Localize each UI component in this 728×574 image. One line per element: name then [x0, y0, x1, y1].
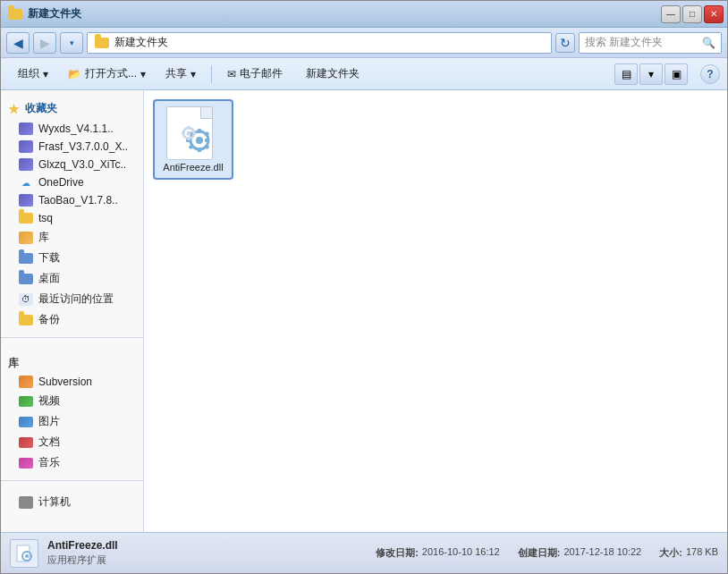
created-value: 2017-12-18 10:22: [563, 546, 641, 560]
sidebar-item-photos[interactable]: 图片: [1, 411, 143, 432]
toolbar: 组织 ▾ 📂 打开方式... ▾ 共享 ▾ ✉ 电子邮件 新建文件夹 ▤ ▾ ▣…: [1, 58, 727, 90]
open-with-button[interactable]: 📂 打开方式... ▾: [62, 62, 152, 87]
stack-icon: [19, 194, 33, 207]
sidebar-item-video[interactable]: 视频: [1, 391, 143, 411]
organize-label: 组织: [18, 66, 39, 81]
sidebar-item-label: 最近访问的位置: [38, 291, 114, 307]
sidebar-item-label: 图片: [38, 414, 60, 429]
forward-button[interactable]: ▶: [33, 32, 56, 54]
minimize-button[interactable]: —: [661, 5, 681, 23]
sidebar-item-label: 计算机: [38, 494, 71, 510]
statusbar: AntiFreeze.dll 应用程序扩展 修改日期: 2016-10-10 1…: [1, 532, 727, 573]
size-value: 178 KB: [686, 546, 718, 560]
recent-icon: ⏱: [19, 293, 33, 306]
titlebar-controls: — □ ✕: [661, 5, 724, 23]
open-icon: 📂: [68, 68, 81, 80]
photo-icon: [19, 417, 33, 427]
sidebar-item-label: 文档: [38, 435, 60, 450]
organize-button[interactable]: 组织 ▾: [8, 62, 58, 87]
back-button[interactable]: ◀: [6, 32, 30, 54]
dropdown-icon: ▾: [70, 38, 74, 47]
email-label: 电子邮件: [240, 66, 283, 81]
status-info: AntiFreeze.dll 应用程序扩展: [47, 539, 118, 567]
onedrive-icon: ☁: [19, 177, 33, 188]
sidebar-item-label: 视频: [38, 393, 60, 409]
sidebar-item-recent[interactable]: ⏱ 最近访问的位置: [1, 289, 143, 309]
sidebar-item-taobao[interactable]: TaoBao_V1.7.8..: [1, 191, 143, 209]
sidebar-item-desktop[interactable]: 桌面: [1, 268, 143, 289]
svg-point-1: [196, 137, 203, 144]
sidebar-item-docs[interactable]: 文档: [1, 432, 143, 452]
sidebar-divider-2: [1, 480, 143, 481]
sidebar-item-backup[interactable]: 备份: [1, 309, 143, 330]
sidebar-divider-1: [1, 337, 143, 338]
toolbar-separator-1: [211, 65, 212, 83]
subversion-icon: [19, 376, 33, 388]
folder-icon: [19, 213, 33, 224]
svg-point-18: [25, 554, 29, 558]
content-area: ★ 收藏夹 Wyxds_V4.1.1.. Frasf_V3.7.0.0_X.. …: [1, 90, 727, 532]
view-list-button[interactable]: ▤: [614, 63, 638, 85]
file-grid: AntiFreeze.dll: [153, 99, 718, 523]
window-title: 新建文件夹: [28, 6, 81, 21]
sidebar: ★ 收藏夹 Wyxds_V4.1.1.. Frasf_V3.7.0.0_X.. …: [1, 90, 144, 532]
svg-rect-2: [198, 129, 201, 133]
library-section: 库 Subversion 视频 图片 文档: [1, 342, 143, 477]
help-button[interactable]: ?: [700, 64, 720, 84]
share-button[interactable]: 共享 ▾: [156, 62, 206, 87]
search-icon: 🔍: [702, 37, 715, 49]
favorites-header: ★ 收藏夹: [1, 97, 143, 120]
address-bar-box[interactable]: 新建文件夹: [87, 32, 552, 54]
gear-icon: [180, 122, 216, 159]
dropdown-button[interactable]: ▾: [60, 32, 83, 54]
back-icon: ◀: [13, 36, 23, 50]
svg-rect-5: [205, 139, 209, 142]
refresh-button[interactable]: ↻: [555, 33, 575, 53]
sidebar-item-onedrive[interactable]: ☁ OneDrive: [1, 173, 143, 191]
sidebar-item-downloads[interactable]: 下载: [1, 248, 143, 268]
status-size: 大小: 178 KB: [659, 546, 718, 560]
sidebar-item-frasf[interactable]: Frasf_V3.7.0.0_X..: [1, 138, 143, 156]
status-modified: 修改日期: 2016-10-10 16:12: [376, 546, 500, 560]
view-dropdown-button[interactable]: ▾: [639, 63, 663, 85]
sidebar-item-label: tsq: [38, 212, 53, 224]
status-file-name: AntiFreeze.dll: [47, 539, 118, 552]
sidebar-item-label: OneDrive: [38, 176, 84, 189]
folder-icon: [19, 274, 33, 284]
search-box[interactable]: 搜索 新建文件夹 🔍: [579, 32, 722, 54]
svg-point-11: [187, 131, 191, 136]
view-detail-button[interactable]: ▣: [665, 63, 688, 85]
sidebar-item-glxzq[interactable]: Glxzq_V3.0_XiTc..: [1, 156, 143, 173]
favorites-label: 收藏夹: [25, 101, 57, 116]
folder-icon: [19, 253, 33, 264]
maximize-button[interactable]: □: [682, 5, 702, 23]
computer-section: 计算机: [1, 485, 143, 516]
sidebar-item-label: Glxzq_V3.0_XiTc..: [38, 158, 126, 171]
sidebar-item-library[interactable]: 库: [1, 227, 143, 248]
new-folder-button[interactable]: 新建文件夹: [296, 62, 369, 87]
doc-icon: [19, 437, 33, 448]
stack-icon: [19, 140, 33, 153]
sidebar-item-wyxds[interactable]: Wyxds_V4.1.1..: [1, 120, 143, 138]
sidebar-item-label: 桌面: [38, 271, 60, 286]
stack-icon: [19, 122, 33, 135]
folder-icon: [19, 315, 33, 325]
open-arrow-icon: ▾: [140, 68, 146, 80]
email-icon: ✉: [227, 68, 236, 80]
sidebar-item-computer[interactable]: 计算机: [1, 492, 143, 512]
status-meta: 修改日期: 2016-10-10 16:12 创建日期: 2017-12-18 …: [376, 546, 718, 560]
modified-value: 2016-10-10 16:12: [422, 546, 500, 560]
modified-label: 修改日期:: [376, 546, 419, 560]
file-item-antifreeze[interactable]: AntiFreeze.dll: [153, 99, 233, 180]
sidebar-item-tsq[interactable]: tsq: [1, 209, 143, 227]
close-button[interactable]: ✕: [704, 5, 724, 23]
address-folder-icon: [95, 38, 109, 48]
email-button[interactable]: ✉ 电子邮件: [217, 62, 292, 87]
share-arrow-icon: ▾: [190, 68, 196, 80]
titlebar-left: 新建文件夹: [8, 6, 81, 21]
sidebar-item-subversion[interactable]: Subversion: [1, 373, 143, 391]
addressbar: ◀ ▶ ▾ 新建文件夹 ↻ 搜索 新建文件夹 🔍: [1, 28, 727, 58]
dll-icon: [166, 106, 220, 160]
sidebar-item-music[interactable]: 音乐: [1, 452, 143, 473]
size-label: 大小:: [659, 546, 682, 560]
